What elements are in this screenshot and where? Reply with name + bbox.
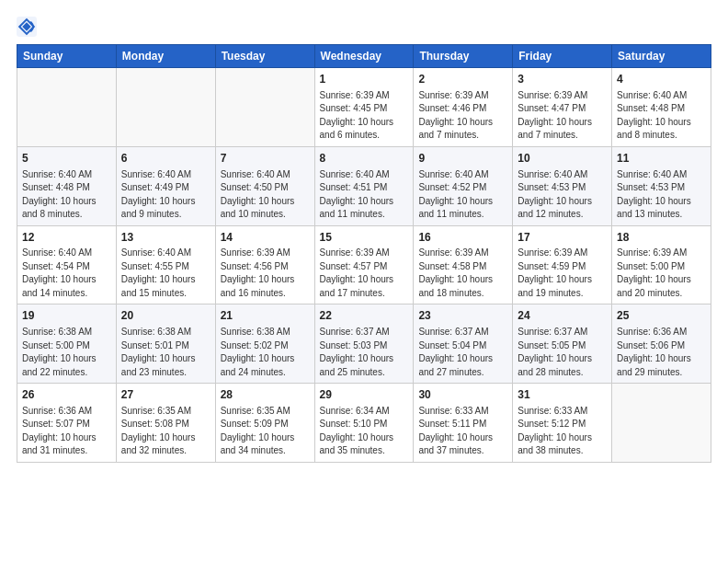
calendar-cell: 9Sunrise: 6:40 AMSunset: 4:52 PMDaylight… <box>414 146 513 225</box>
day-number: 4 <box>617 72 706 87</box>
day-number: 8 <box>320 151 409 167</box>
day-number: 11 <box>617 151 706 167</box>
calendar-cell: 21Sunrise: 6:38 AMSunset: 5:02 PMDayligh… <box>215 304 314 384</box>
day-number: 14 <box>221 230 310 246</box>
day-info: Sunrise: 6:40 AMSunset: 4:53 PMDaylight:… <box>617 168 706 222</box>
header-monday: Monday <box>116 45 215 68</box>
calendar-cell: 22Sunrise: 6:37 AMSunset: 5:03 PMDayligh… <box>314 304 414 384</box>
day-info: Sunrise: 6:38 AMSunset: 5:00 PMDaylight:… <box>22 326 111 379</box>
day-info: Sunrise: 6:39 AMSunset: 4:46 PMDaylight:… <box>418 89 507 143</box>
weekday-header-row: Sunday Monday Tuesday Wednesday Thursday… <box>17 45 711 68</box>
day-number: 6 <box>121 151 210 167</box>
calendar-cell: 14Sunrise: 6:39 AMSunset: 4:56 PMDayligh… <box>215 225 314 304</box>
day-number: 26 <box>22 387 111 403</box>
header-friday: Friday <box>513 45 612 68</box>
header-tuesday: Tuesday <box>215 45 314 68</box>
calendar-cell: 19Sunrise: 6:38 AMSunset: 5:00 PMDayligh… <box>17 304 117 384</box>
day-info: Sunrise: 6:39 AMSunset: 4:58 PMDaylight:… <box>418 247 507 300</box>
calendar-table: Sunday Monday Tuesday Wednesday Thursday… <box>17 44 711 463</box>
day-number: 31 <box>518 387 607 403</box>
calendar-cell: 3Sunrise: 6:39 AMSunset: 4:47 PMDaylight… <box>513 68 612 147</box>
calendar-cell: 10Sunrise: 6:40 AMSunset: 4:53 PMDayligh… <box>513 146 612 225</box>
calendar-cell: 4Sunrise: 6:40 AMSunset: 4:48 PMDaylight… <box>612 68 711 147</box>
day-number: 29 <box>320 387 409 403</box>
day-info: Sunrise: 6:40 AMSunset: 4:55 PMDaylight:… <box>121 247 210 300</box>
calendar-cell: 8Sunrise: 6:40 AMSunset: 4:51 PMDaylight… <box>314 146 414 225</box>
day-info: Sunrise: 6:40 AMSunset: 4:50 PMDaylight:… <box>221 168 310 222</box>
day-number: 12 <box>22 230 111 246</box>
day-info: Sunrise: 6:40 AMSunset: 4:54 PMDaylight:… <box>22 247 111 300</box>
day-number: 27 <box>121 387 210 403</box>
day-info: Sunrise: 6:40 AMSunset: 4:49 PMDaylight:… <box>121 168 210 222</box>
calendar-cell: 13Sunrise: 6:40 AMSunset: 4:55 PMDayligh… <box>116 225 215 304</box>
day-number: 20 <box>121 308 210 324</box>
day-number: 17 <box>518 230 607 246</box>
calendar-cell: 15Sunrise: 6:39 AMSunset: 4:57 PMDayligh… <box>314 225 414 304</box>
day-info: Sunrise: 6:40 AMSunset: 4:52 PMDaylight:… <box>418 168 507 222</box>
calendar-cell: 1Sunrise: 6:39 AMSunset: 4:45 PMDaylight… <box>314 68 414 147</box>
day-info: Sunrise: 6:39 AMSunset: 4:59 PMDaylight:… <box>518 247 607 300</box>
day-number: 9 <box>418 151 507 167</box>
page-header <box>17 17 711 37</box>
day-number: 5 <box>22 151 111 167</box>
calendar-cell: 12Sunrise: 6:40 AMSunset: 4:54 PMDayligh… <box>17 225 117 304</box>
calendar-cell: 23Sunrise: 6:37 AMSunset: 5:04 PMDayligh… <box>414 304 513 384</box>
calendar-cell: 7Sunrise: 6:40 AMSunset: 4:50 PMDaylight… <box>215 146 314 225</box>
calendar-week-4: 19Sunrise: 6:38 AMSunset: 5:00 PMDayligh… <box>17 304 711 384</box>
calendar-cell <box>215 68 314 147</box>
day-info: Sunrise: 6:40 AMSunset: 4:48 PMDaylight:… <box>22 168 111 222</box>
day-info: Sunrise: 6:37 AMSunset: 5:04 PMDaylight:… <box>418 326 507 379</box>
day-info: Sunrise: 6:38 AMSunset: 5:01 PMDaylight:… <box>121 326 210 379</box>
day-info: Sunrise: 6:38 AMSunset: 5:02 PMDaylight:… <box>221 326 310 379</box>
day-number: 25 <box>617 308 706 324</box>
calendar-cell: 17Sunrise: 6:39 AMSunset: 4:59 PMDayligh… <box>513 225 612 304</box>
logo <box>17 17 40 37</box>
header-wednesday: Wednesday <box>314 45 414 68</box>
day-info: Sunrise: 6:36 AMSunset: 5:07 PMDaylight:… <box>22 405 111 458</box>
day-info: Sunrise: 6:35 AMSunset: 5:08 PMDaylight:… <box>121 405 210 458</box>
calendar-cell: 25Sunrise: 6:36 AMSunset: 5:06 PMDayligh… <box>612 304 711 384</box>
day-number: 10 <box>518 151 607 167</box>
calendar-cell: 16Sunrise: 6:39 AMSunset: 4:58 PMDayligh… <box>414 225 513 304</box>
logo-icon <box>17 17 37 37</box>
day-number: 3 <box>518 72 607 87</box>
day-info: Sunrise: 6:40 AMSunset: 4:51 PMDaylight:… <box>320 168 409 222</box>
day-number: 2 <box>418 72 507 87</box>
day-info: Sunrise: 6:39 AMSunset: 4:47 PMDaylight:… <box>518 89 607 143</box>
day-number: 19 <box>22 308 111 324</box>
calendar-cell: 24Sunrise: 6:37 AMSunset: 5:05 PMDayligh… <box>513 304 612 384</box>
calendar-cell: 20Sunrise: 6:38 AMSunset: 5:01 PMDayligh… <box>116 304 215 384</box>
calendar-cell <box>17 68 117 147</box>
day-number: 15 <box>320 230 409 246</box>
day-info: Sunrise: 6:39 AMSunset: 5:00 PMDaylight:… <box>617 247 706 300</box>
day-info: Sunrise: 6:36 AMSunset: 5:06 PMDaylight:… <box>617 326 706 379</box>
day-number: 24 <box>518 308 607 324</box>
calendar-cell: 5Sunrise: 6:40 AMSunset: 4:48 PMDaylight… <box>17 146 117 225</box>
day-info: Sunrise: 6:39 AMSunset: 4:57 PMDaylight:… <box>320 247 409 300</box>
day-number: 21 <box>221 308 310 324</box>
day-info: Sunrise: 6:40 AMSunset: 4:53 PMDaylight:… <box>518 168 607 222</box>
day-number: 28 <box>221 387 310 403</box>
day-number: 22 <box>320 308 409 324</box>
day-info: Sunrise: 6:34 AMSunset: 5:10 PMDaylight:… <box>320 405 409 458</box>
header-saturday: Saturday <box>612 45 711 68</box>
calendar-cell: 26Sunrise: 6:36 AMSunset: 5:07 PMDayligh… <box>17 384 117 463</box>
header-sunday: Sunday <box>17 45 117 68</box>
day-info: Sunrise: 6:39 AMSunset: 4:45 PMDaylight:… <box>320 89 409 143</box>
day-number: 30 <box>418 387 507 403</box>
calendar-week-3: 12Sunrise: 6:40 AMSunset: 4:54 PMDayligh… <box>17 225 711 304</box>
day-number: 13 <box>121 230 210 246</box>
calendar-cell: 28Sunrise: 6:35 AMSunset: 5:09 PMDayligh… <box>215 384 314 463</box>
day-number: 23 <box>418 308 507 324</box>
day-number: 18 <box>617 230 706 246</box>
calendar-week-2: 5Sunrise: 6:40 AMSunset: 4:48 PMDaylight… <box>17 146 711 225</box>
calendar-cell: 11Sunrise: 6:40 AMSunset: 4:53 PMDayligh… <box>612 146 711 225</box>
calendar-week-5: 26Sunrise: 6:36 AMSunset: 5:07 PMDayligh… <box>17 384 711 463</box>
calendar-cell: 30Sunrise: 6:33 AMSunset: 5:11 PMDayligh… <box>414 384 513 463</box>
day-info: Sunrise: 6:40 AMSunset: 4:48 PMDaylight:… <box>617 89 706 143</box>
calendar-cell: 18Sunrise: 6:39 AMSunset: 5:00 PMDayligh… <box>612 225 711 304</box>
day-info: Sunrise: 6:33 AMSunset: 5:12 PMDaylight:… <box>518 405 607 458</box>
day-number: 1 <box>320 72 409 87</box>
day-info: Sunrise: 6:37 AMSunset: 5:05 PMDaylight:… <box>518 326 607 379</box>
calendar-cell: 2Sunrise: 6:39 AMSunset: 4:46 PMDaylight… <box>414 68 513 147</box>
